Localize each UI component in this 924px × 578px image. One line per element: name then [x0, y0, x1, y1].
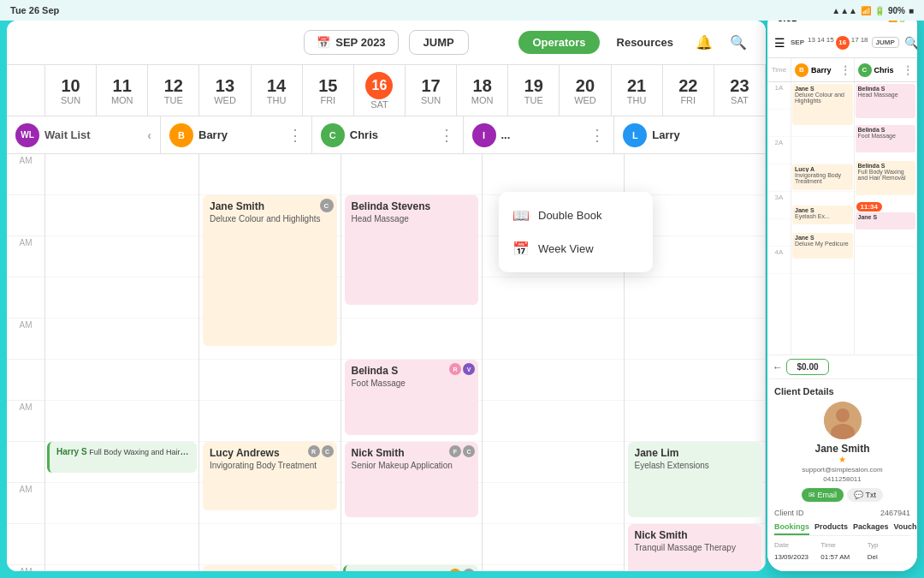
client-star-icon: ★: [838, 455, 846, 464]
tab-products[interactable]: Products: [814, 522, 848, 535]
badge-c: C: [320, 199, 334, 212]
schedule-columns: Harry S Full Body Waxing and Hair Rem...…: [45, 154, 766, 571]
phone-appt-belinda-fullbody[interactable]: Belinda S Full Body Waxing and Hair Remo…: [856, 161, 916, 195]
resources-button[interactable]: Resources: [607, 31, 684, 54]
email-button[interactable]: ✉ Email: [802, 488, 844, 502]
phone-menu-button[interactable]: ☰: [774, 36, 785, 50]
phone-appt-lucy-body[interactable]: Lucy A Invigorating Body Treatment: [792, 164, 853, 190]
phone-time-col: 1A 2A 3A 4A: [767, 82, 791, 355]
context-menu: 📖 Double Book 📅 Week View: [499, 192, 653, 272]
calendar-icon: 📅: [317, 36, 330, 49]
phone-barry-col: Jane S Deluxe Colour and Highlights Lucy…: [791, 82, 855, 355]
operators-header: WL Wait List ‹ B Barry ⋮ C Chris ⋮ I ...…: [7, 116, 766, 154]
phone-barry-menu[interactable]: ⋮: [840, 64, 850, 76]
op4-name: ...: [501, 128, 585, 141]
appt-larry-jane-lim[interactable]: Jane Lim Eyelash Extensions: [628, 442, 762, 517]
time-badge: 11:34: [856, 202, 882, 212]
time-column: AM AM AM AM AM AM PM PM PM PM: [7, 154, 45, 571]
day-header-fri1[interactable]: 15FRI: [303, 65, 354, 116]
date-nav-button[interactable]: 📅 SEP 2023: [304, 30, 398, 55]
tab-packages[interactable]: Packages: [853, 522, 889, 535]
appt-chris-belinda[interactable]: Belinda Stevens Head Massage: [345, 195, 479, 305]
calendar-body: WL Wait List ‹ B Barry ⋮ C Chris ⋮ I ...…: [7, 116, 766, 571]
appt-barry-jane-eyelash[interactable]: Jane Smith Eyelash Extensions: [203, 565, 337, 571]
day-header-tue1[interactable]: 12TUE: [148, 65, 199, 116]
day-header-sun1[interactable]: 10SUN: [45, 65, 97, 116]
chris-menu[interactable]: ⋮: [439, 126, 454, 145]
day-header-fri2[interactable]: 22FRI: [663, 65, 714, 116]
barry-menu[interactable]: ⋮: [287, 126, 303, 145]
phone-appt-jane-colour[interactable]: Jane S Deluxe Colour and Highlights: [792, 84, 853, 125]
day-header-thu1[interactable]: 14THU: [252, 65, 303, 116]
appt-chris-belinda-foot[interactable]: R V Belinda S Foot Massage: [345, 360, 479, 435]
tab-bookings[interactable]: Bookings: [774, 522, 809, 535]
day-header-sat-today[interactable]: 16SAT: [354, 65, 406, 116]
svg-point-1: [836, 408, 850, 422]
signal-icon: ▲▲▲: [832, 6, 857, 15]
appt-barry-lucy[interactable]: R C Lucy Andrews Invigorating Body Treat…: [203, 442, 337, 510]
appt-harry-waitlist[interactable]: Harry S Full Body Waxing and Hair Rem...: [47, 442, 197, 473]
phone-chris-label: Chris: [874, 66, 894, 74]
waitlist-avatar: WL: [15, 123, 39, 147]
day-header-tue2[interactable]: 19TUE: [508, 65, 560, 116]
phone-appt-jane-s[interactable]: Jane S: [856, 212, 916, 229]
appt-chris-lucy-facial[interactable]: A C Lucy Andrews Rejuvenating Facial Tre…: [343, 565, 479, 571]
phone-schedule: 1A 2A 3A 4A Jane S Deluxe Colour and Hig…: [767, 82, 917, 355]
phone-search-button[interactable]: 🔍: [904, 36, 917, 50]
day-header-sun2[interactable]: 17SUN: [406, 65, 457, 116]
battery-icon: 🔋: [874, 6, 885, 15]
barry-name: Barry: [198, 128, 282, 141]
phone-appt-jane-eyelash[interactable]: Jane S Eyelash Ex...: [792, 206, 853, 224]
phone-appt-jane-mani[interactable]: Jane S Deluxe My Pedicure: [792, 233, 853, 259]
day-header-mon2[interactable]: 18MON: [457, 65, 508, 116]
badge-r2: R: [449, 363, 461, 375]
phone-appt-belinda-foot[interactable]: Belinda S Foot Massage: [856, 125, 916, 152]
client-name-display: Jane Smith: [814, 443, 869, 455]
operator-chris-header: C Chris ⋮: [312, 116, 464, 153]
waitlist-chevron[interactable]: ‹: [147, 128, 151, 142]
double-book-icon: 📖: [512, 207, 530, 223]
day-header-sat2[interactable]: 23SAT: [714, 65, 766, 116]
appt-larry-nick-tranquil[interactable]: Nick Smith Tranquil Massage Therapy: [628, 524, 762, 571]
phone-appt-belinda-head[interactable]: Belinda S Head Massage: [856, 84, 916, 118]
context-week-view[interactable]: 📅 Week View: [499, 232, 653, 265]
badge-v: V: [463, 363, 475, 375]
wifi-icon: 📶: [861, 6, 871, 15]
jump-button[interactable]: JUMP: [409, 30, 469, 55]
badge-c2: C: [322, 445, 334, 457]
operator-barry-header: B Barry ⋮: [161, 116, 312, 153]
booking-row-1[interactable]: 13/09/2023 01:57 AM Del: [774, 551, 910, 564]
waitlist-label: Wait List: [44, 128, 91, 141]
op4-avatar: I: [472, 123, 496, 147]
day-header-mon1[interactable]: 11MON: [97, 65, 148, 116]
phone-container: 3:31 📶🔋 ☰ SEP 131415 16 1718 JUMP 🔍 ⋮ Ti…: [767, 9, 917, 571]
chris-schedule-col: Belinda Stevens Head Massage R V Belinda…: [341, 154, 483, 571]
appt-barry-jane[interactable]: C Jane Smith Deluxe Colour and Highlight…: [203, 195, 337, 346]
phone-op-cols: Jane S Deluxe Colour and Highlights Lucy…: [791, 82, 917, 355]
payment-area: ← $0.00: [767, 355, 917, 378]
context-double-book[interactable]: 📖 Double Book: [499, 199, 653, 232]
week-view-icon: 📅: [512, 241, 530, 257]
operators-button[interactable]: Operators: [518, 31, 599, 54]
tab-vouchers[interactable]: Vouchers: [894, 522, 917, 535]
phone-barry-label: Barry: [811, 66, 832, 74]
week-view-label: Week View: [538, 242, 594, 255]
back-arrow-icon[interactable]: ←: [773, 361, 783, 373]
phone-barry-header: B Barry ⋮: [791, 58, 855, 81]
payment-input-box[interactable]: $0.00: [786, 359, 829, 375]
op4-menu[interactable]: ⋮: [589, 126, 605, 145]
client-email: support@simplesalon.com: [802, 466, 882, 474]
day-header-thu2[interactable]: 21THU: [612, 65, 663, 116]
sms-button[interactable]: 💬 Txt: [847, 488, 883, 502]
bookings-tabs: Bookings Products Packages Vouchers: [774, 522, 910, 536]
tablet-container: 📅 SEP 2023 JUMP Operators Resources 🔔 🔍 …: [7, 21, 766, 571]
phone-chris-menu[interactable]: ⋮: [903, 64, 913, 76]
appt-chris-nick[interactable]: F C Nick Smith Senior Makeup Application: [345, 442, 479, 517]
phone-jump-label[interactable]: JUMP: [872, 37, 899, 48]
day-header-wed1[interactable]: 13WED: [199, 65, 251, 116]
day-header-wed2[interactable]: 20WED: [560, 65, 611, 116]
phone-op-headers: Time B Barry ⋮ C Chris ⋮: [767, 58, 917, 82]
phone-toolbar: ☰ SEP 131415 16 1718 JUMP 🔍 ⋮: [767, 27, 917, 58]
search-icon[interactable]: 🔍: [725, 29, 752, 57]
notifications-icon[interactable]: 🔔: [690, 29, 718, 57]
